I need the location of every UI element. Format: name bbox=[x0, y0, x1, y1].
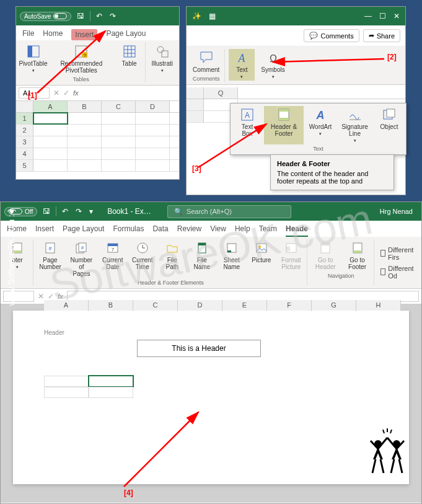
file-name-button[interactable]: File Name bbox=[189, 239, 215, 278]
search-input[interactable]: 🔍 Search (Alt+Q) bbox=[167, 205, 291, 218]
undo-icon[interactable]: ↶ bbox=[60, 207, 70, 216]
text-box-button[interactable]: A Text Box bbox=[234, 106, 260, 144]
tab-file[interactable]: File bbox=[22, 29, 34, 40]
goto-footer-button[interactable]: Go to Footer bbox=[343, 239, 371, 272]
undo-icon[interactable]: ↶ bbox=[94, 12, 104, 20]
picture-button[interactable]: Picture bbox=[248, 239, 275, 278]
marker-3: [3] bbox=[192, 164, 201, 173]
text-dropdown-button[interactable]: A Text▾ bbox=[229, 49, 255, 81]
tab-page-layout[interactable]: Page Layout bbox=[63, 224, 104, 237]
tab-help[interactable]: Help bbox=[235, 224, 250, 237]
header-edit-box[interactable]: This is a Header bbox=[137, 340, 261, 357]
comment-button[interactable]: Comment bbox=[190, 49, 222, 74]
format-picture-icon bbox=[284, 241, 299, 255]
celebration-figures-icon bbox=[366, 428, 409, 478]
col-header[interactable]: B bbox=[68, 101, 102, 112]
different-odd-checkbox[interactable]: Different Od bbox=[380, 265, 415, 280]
tooltip-header-footer: Header & Footer The content of the heade… bbox=[270, 154, 394, 190]
tab-page-layout[interactable]: Page Layou bbox=[106, 29, 146, 40]
svg-text:Ω: Ω bbox=[270, 53, 277, 64]
svg-rect-1 bbox=[28, 46, 32, 57]
fx-icon[interactable]: fx bbox=[73, 89, 79, 97]
sheetname-icon bbox=[224, 241, 239, 255]
wordart-button[interactable]: A WordArt▾ bbox=[307, 106, 333, 144]
col-header[interactable]: D bbox=[136, 101, 170, 112]
ribbon: oter▾ #Page Number #Number of Pages 7Cur… bbox=[1, 237, 421, 289]
tab-home[interactable]: Home bbox=[43, 29, 63, 40]
table-icon bbox=[122, 44, 137, 59]
svg-rect-44 bbox=[321, 243, 330, 245]
different-first-checkbox[interactable]: Different Firs bbox=[380, 246, 415, 261]
comments-button[interactable]: 💬Comments bbox=[304, 29, 359, 42]
recommended-pivottables-button[interactable]: ? Recommended PivotTables bbox=[50, 43, 112, 75]
close-icon[interactable]: ✕ bbox=[392, 12, 402, 20]
tab-insert[interactable]: Insert bbox=[71, 29, 97, 40]
tab-insert[interactable]: Insert bbox=[35, 224, 54, 237]
user-name[interactable]: Hrg Nenad bbox=[380, 208, 418, 215]
svg-point-10 bbox=[157, 46, 164, 53]
maximize-icon[interactable]: ☐ bbox=[377, 12, 388, 20]
svg-text:A: A bbox=[316, 109, 325, 122]
autosave-toggle[interactable]: AutoSave bbox=[20, 12, 71, 21]
svg-rect-5 bbox=[124, 46, 135, 57]
table-button[interactable]: Table bbox=[116, 43, 143, 75]
tab-review[interactable]: Review bbox=[177, 224, 201, 237]
symbols-button[interactable]: Ω Symbols▾ bbox=[258, 49, 287, 81]
fx-icon[interactable]: fx bbox=[58, 293, 63, 300]
save-icon[interactable]: 🖫 bbox=[41, 207, 52, 216]
header-footer-button[interactable]: Header & Footer bbox=[264, 106, 304, 144]
tab-data[interactable]: Data bbox=[152, 224, 168, 237]
svg-rect-42 bbox=[286, 244, 296, 252]
display-mode-icon[interactable]: ▦ bbox=[207, 12, 218, 20]
number-of-pages-button[interactable]: #Number of Pages bbox=[67, 239, 96, 278]
numpages-icon: # bbox=[74, 241, 89, 255]
svg-rect-46 bbox=[353, 250, 362, 253]
object-button[interactable]: Object bbox=[376, 106, 402, 144]
enter-icon[interactable]: ✓ bbox=[63, 89, 69, 97]
col-header[interactable]: C bbox=[102, 101, 136, 112]
titlebar: AutoSave 🖫 ↶ ↷ bbox=[16, 7, 179, 25]
sheet-name-button[interactable]: Sheet Name bbox=[219, 239, 245, 278]
format-picture-button: Format Picture bbox=[278, 239, 304, 278]
cancel-icon[interactable]: ✕ bbox=[53, 89, 59, 97]
save-icon[interactable]: 🖫 bbox=[75, 12, 86, 20]
text-dropdown-panel: A Text Box Header & Footer A WordArt▾ Si… bbox=[230, 103, 407, 155]
signature-line-button[interactable]: Signature Line▾ bbox=[337, 106, 372, 144]
wand-icon[interactable]: ✨ bbox=[190, 12, 203, 20]
current-date-button[interactable]: 7Current Date bbox=[100, 239, 126, 278]
watermark-side-label: www.SoftwareOK.com :-) bbox=[6, 208, 16, 305]
redo-icon[interactable]: ↷ bbox=[108, 12, 118, 20]
header-footer-icon bbox=[276, 107, 291, 122]
picture-icon bbox=[254, 241, 269, 255]
active-cell[interactable] bbox=[89, 376, 133, 387]
dropdown-icon[interactable]: ▾ bbox=[87, 207, 95, 216]
page-number-button[interactable]: #Page Number bbox=[37, 239, 63, 278]
marker-1: [1] bbox=[28, 91, 37, 100]
file-path-button[interactable]: File Path bbox=[159, 239, 185, 278]
illustrations-button[interactable]: Illustrati▾ bbox=[149, 43, 175, 74]
col-header[interactable]: A bbox=[33, 101, 68, 112]
pivottable-button[interactable]: PivotTable▾ bbox=[20, 43, 46, 75]
svg-rect-39 bbox=[227, 250, 231, 252]
panel-text-dropdown: ✨ ▦ — ☐ ✕ 💬Comments ➦Share Comment Comme… bbox=[186, 6, 406, 195]
redo-icon[interactable]: ↷ bbox=[74, 207, 84, 216]
share-button[interactable]: ➦Share bbox=[363, 29, 400, 42]
filename-icon bbox=[195, 241, 209, 255]
svg-text:A: A bbox=[245, 111, 250, 120]
tab-formulas[interactable]: Formulas bbox=[113, 224, 144, 237]
titlebar: Off 🖫 ↶ ↷ ▾ Book1 - Ex… 🔍 Search (Alt+Q)… bbox=[1, 202, 421, 221]
minimize-icon[interactable]: — bbox=[363, 12, 374, 20]
sheet-area[interactable]: A B C D E F G H Header This is a Header bbox=[1, 304, 421, 503]
page-number-icon: # bbox=[43, 241, 58, 255]
current-time-button[interactable]: Current Time bbox=[130, 239, 156, 278]
svg-text:#: # bbox=[81, 245, 84, 250]
comment-icon: 💬 bbox=[309, 32, 318, 40]
tab-header[interactable]: Heade bbox=[286, 224, 308, 237]
object-icon bbox=[382, 107, 397, 122]
tab-team[interactable]: Team bbox=[259, 224, 277, 237]
tab-view[interactable]: View bbox=[210, 224, 226, 237]
spreadsheet-grid[interactable]: A B C D 1 2 3 4 5 bbox=[16, 101, 179, 172]
svg-rect-22 bbox=[387, 109, 395, 117]
svg-line-53 bbox=[383, 430, 384, 433]
svg-text:7: 7 bbox=[112, 247, 115, 252]
